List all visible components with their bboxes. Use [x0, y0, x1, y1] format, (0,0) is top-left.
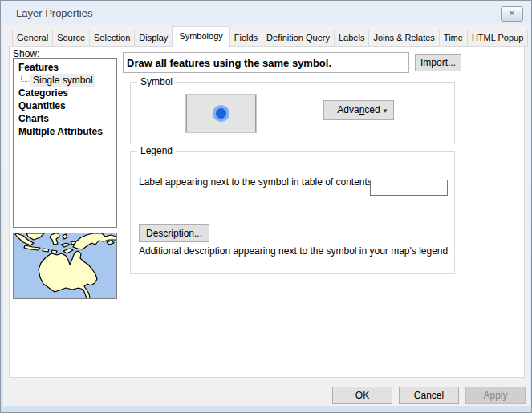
tree-item-charts[interactable]: Charts — [14, 112, 116, 125]
legend-label-text: Label appearing next to the symbol in ta… — [139, 176, 375, 188]
legend-note-text: Additional description appearing next to… — [139, 245, 453, 257]
advanced-label: Advanced — [337, 104, 380, 115]
ok-button[interactable]: OK — [332, 387, 392, 404]
map-preview — [13, 233, 117, 299]
tab-html-popup[interactable]: HTML Popup — [467, 30, 528, 47]
tab-source[interactable]: Source — [52, 30, 90, 47]
legend-group: Legend Label appearing next to the symbo… — [130, 151, 455, 274]
tab-symbology[interactable]: Symbology — [172, 26, 229, 47]
tab-display[interactable]: Display — [134, 30, 173, 47]
tree-item-quantities[interactable]: Quantities — [14, 99, 116, 112]
tree-item-multiple-attributes[interactable]: Multiple Attributes — [14, 125, 116, 138]
close-icon: ✕ — [509, 9, 515, 18]
advanced-dropdown-button[interactable]: Advanced ▼ — [323, 100, 394, 120]
dialog-body: General Source Selection Display Symbolo… — [3, 25, 530, 406]
import-button[interactable]: Import... — [415, 54, 461, 71]
symbol-preview-button[interactable] — [186, 95, 256, 132]
close-button[interactable]: ✕ — [501, 6, 523, 22]
tab-general[interactable]: General — [12, 30, 53, 47]
window-title: Layer Properties — [16, 7, 92, 19]
renderer-description-text: Draw all features using the same symbol. — [124, 53, 408, 69]
tree-item-features[interactable]: Features — [14, 61, 116, 74]
tab-labels[interactable]: Labels — [334, 30, 369, 47]
tree-connector-icon — [21, 75, 29, 82]
tab-bar: General Source Selection Display Symbolo… — [12, 26, 528, 47]
layer-properties-dialog: Layer Properties ✕ General Source Select… — [0, 0, 532, 413]
tab-joins-relates[interactable]: Joins & Relates — [368, 30, 439, 47]
tab-selection[interactable]: Selection — [89, 30, 135, 47]
tree-item-single-symbol[interactable]: Single symbol — [14, 74, 116, 87]
legend-label-input[interactable] — [370, 180, 448, 196]
cancel-button[interactable]: Cancel — [399, 387, 459, 404]
symbol-group: Symbol Advanced ▼ — [130, 82, 455, 144]
oceania-map-svg — [14, 233, 116, 298]
renderer-description-panel: Draw all features using the same symbol. — [123, 52, 409, 73]
point-symbol-icon — [213, 105, 229, 122]
dropdown-arrow-icon: ▼ — [382, 102, 388, 120]
tab-definition-query[interactable]: Definition Query — [262, 30, 335, 47]
symbol-group-title: Symbol — [137, 76, 176, 87]
description-button[interactable]: Description... — [139, 224, 209, 242]
tab-fields[interactable]: Fields — [229, 30, 262, 47]
apply-button[interactable]: Apply — [465, 387, 526, 404]
show-tree[interactable]: Features Single symbol Categories Quanti… — [13, 58, 117, 228]
titlebar[interactable]: Layer Properties ✕ — [1, 1, 531, 25]
legend-group-title: Legend — [137, 145, 176, 156]
symbology-tab-page: Show: Features Single symbol Categories … — [9, 46, 525, 378]
tree-item-label-selected: Single symbol — [30, 74, 95, 87]
tree-item-categories[interactable]: Categories — [14, 87, 116, 99]
tab-time[interactable]: Time — [439, 30, 468, 47]
